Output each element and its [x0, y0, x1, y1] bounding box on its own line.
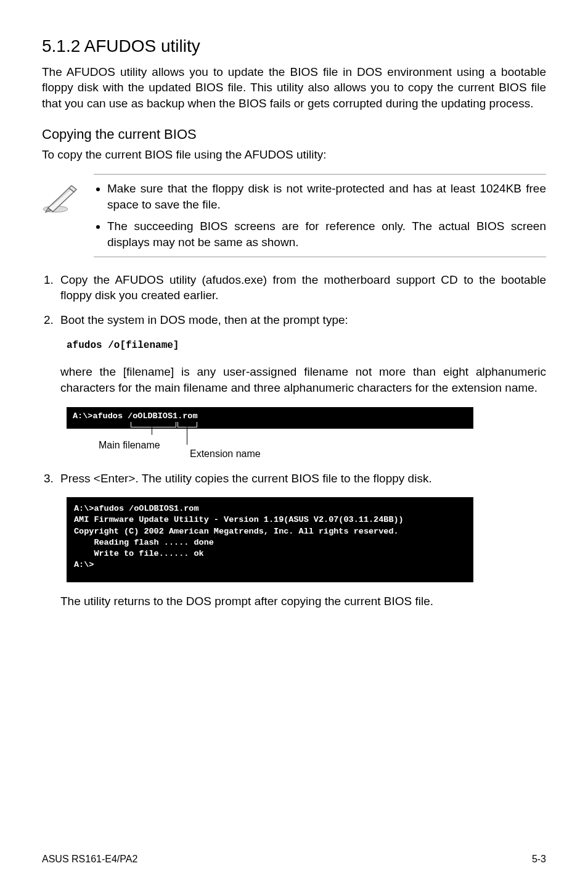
code-afudos: afudos /o[filename] [67, 339, 546, 353]
tick-main [152, 424, 152, 435]
step-3: Press <Enter>. The utility copies the cu… [57, 471, 546, 487]
note-content: Make sure that the floppy disk is not wr… [94, 174, 546, 257]
section-heading: 5.1.2 AFUDOS utility [42, 35, 546, 58]
terminal-1-wrap: A:\>afudos /oOLDBIOS1.rom [67, 407, 473, 428]
footer-right: 5-3 [532, 852, 546, 866]
step-2-detail: where the [filename] is any user-assigne… [60, 364, 546, 395]
step-2: Boot the system in DOS mode, then at the… [57, 312, 546, 328]
note-block: Make sure that the floppy disk is not wr… [42, 174, 546, 257]
footer-left: ASUS RS161-E4/PA2 [42, 852, 137, 866]
section-title-text: AFUDOS utility [84, 36, 200, 56]
step-2-text: Boot the system in DOS mode, then at the… [60, 313, 348, 326]
note-item: Make sure that the floppy disk is not wr… [107, 181, 546, 212]
step-3-after: The utility returns to the DOS prompt af… [60, 593, 546, 609]
subheading-copying: Copying the current BIOS [42, 125, 546, 144]
copying-lead: To copy the current BIOS file using the … [42, 147, 546, 163]
tick-ext [187, 424, 187, 445]
steps-list: Copy the AFUDOS utility (afudos.exe) fro… [42, 272, 546, 328]
section-intro: The AFUDOS utility allows you to update … [42, 64, 546, 112]
page-footer: ASUS RS161-E4/PA2 5-3 [42, 852, 546, 866]
pen-note-icon [42, 181, 80, 216]
steps-list-cont: Press <Enter>. The utility copies the cu… [42, 471, 546, 487]
bracket-extension [178, 422, 197, 427]
annot-main-filename: Main filename [99, 439, 160, 452]
bracket-main-filename [131, 422, 176, 427]
note-item: The succeeding BIOS screens are for refe… [107, 218, 546, 250]
terminal-1: A:\>afudos /oOLDBIOS1.rom [67, 407, 473, 428]
terminal-2: A:\>afudos /oOLDBIOS1.rom AMI Firmware U… [67, 497, 473, 582]
section-number: 5.1.2 [42, 36, 80, 56]
step-1: Copy the AFUDOS utility (afudos.exe) fro… [57, 272, 546, 303]
terminal-annotation-row: Main filename Extension name [67, 429, 473, 456]
annot-extension-name: Extension name [190, 447, 261, 461]
